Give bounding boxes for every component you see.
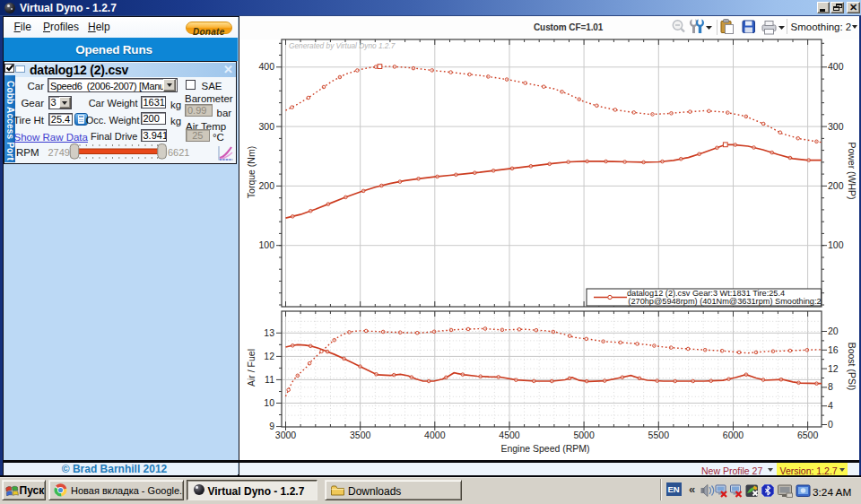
svg-text:100: 100: [258, 239, 274, 250]
svg-text:400: 400: [258, 61, 274, 72]
svg-text:200: 200: [828, 180, 844, 191]
svg-text:9: 9: [269, 421, 274, 431]
svg-text:16: 16: [828, 344, 839, 355]
svg-text:3500: 3500: [350, 430, 371, 440]
svg-text:6500: 6500: [797, 430, 819, 440]
svg-text:11: 11: [265, 374, 274, 385]
svg-text:12: 12: [828, 363, 839, 374]
svg-text:300: 300: [828, 121, 844, 132]
svg-text:400: 400: [828, 61, 844, 72]
svg-text:8: 8: [828, 381, 833, 392]
svg-text:4: 4: [828, 400, 833, 411]
svg-text:Engine Speed (RPM): Engine Speed (RPM): [500, 443, 589, 454]
svg-text:10: 10: [264, 397, 274, 408]
svg-text:12: 12: [264, 351, 274, 361]
svg-text:3000: 3000: [275, 430, 297, 440]
svg-text:0: 0: [828, 419, 833, 430]
svg-text:4000: 4000: [424, 430, 446, 440]
svg-text:13: 13: [264, 327, 274, 338]
svg-text:20: 20: [828, 326, 839, 336]
svg-text:300: 300: [258, 121, 274, 132]
svg-text:Generated by Virtual Dyno 1.2.: Generated by Virtual Dyno 1.2.7: [289, 41, 396, 50]
svg-text:(270hp@5948rpm) (401Nm@3631rpm: (270hp@5948rpm) (401Nm@3631rpm) Smoothin…: [628, 297, 821, 306]
svg-text:6000: 6000: [723, 430, 744, 440]
svg-text:5500: 5500: [648, 430, 670, 440]
svg-text:Power (WHP): Power (WHP): [847, 142, 857, 199]
svg-text:Torque (Nm): Torque (Nm): [246, 146, 257, 198]
svg-text:100: 100: [828, 239, 844, 250]
svg-text:Air / Fuel: Air / Fuel: [246, 349, 257, 387]
svg-text:5000: 5000: [573, 430, 595, 440]
svg-text:4500: 4500: [499, 430, 520, 440]
svg-text:200: 200: [258, 180, 274, 191]
svg-text:Boost (PSI): Boost (PSI): [847, 343, 857, 391]
